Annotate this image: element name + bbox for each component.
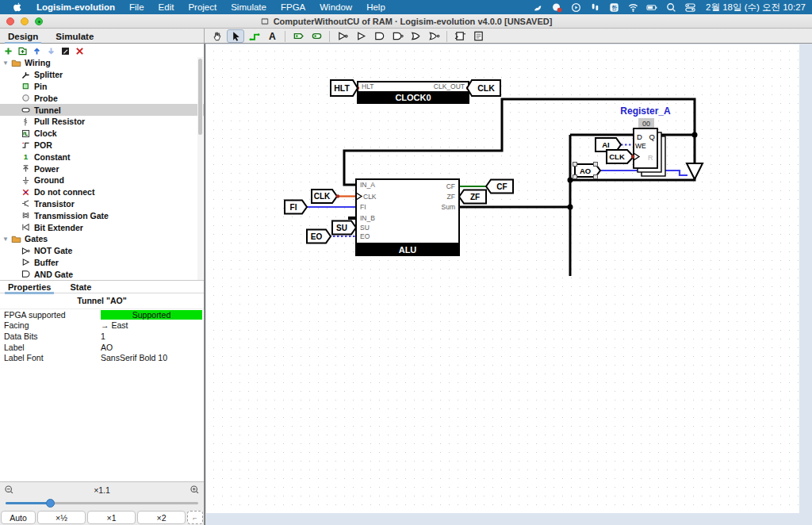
tab-simulate[interactable]: Simulate xyxy=(56,32,94,41)
tree-item-bit-extender[interactable]: Bit Extender xyxy=(0,221,204,233)
menu-logisim-evolution[interactable]: Logisim-evolution xyxy=(29,0,122,14)
property-row-facing[interactable]: Facing→ East xyxy=(0,320,204,331)
menu-edit[interactable]: Edit xyxy=(151,0,182,14)
text-tool-button[interactable]: A xyxy=(263,29,281,43)
tree-item-transistor[interactable]: Transistor xyxy=(0,198,204,210)
tree-scrollbar-thumb[interactable] xyxy=(198,59,202,135)
menu-help[interactable]: Help xyxy=(359,0,393,14)
explorer-add-button[interactable] xyxy=(2,45,14,56)
nand-gate-button[interactable] xyxy=(389,29,406,43)
property-row-label[interactable]: LabelAO xyxy=(0,342,204,353)
property-value[interactable]: AO xyxy=(101,343,202,352)
tree-item-constant[interactable]: 1Constant xyxy=(0,151,204,163)
zoom-slider-thumb[interactable] xyxy=(46,499,55,508)
explorer-delete-button[interactable] xyxy=(74,45,86,56)
status-bird[interactable] xyxy=(532,2,544,13)
poke-tool-button[interactable] xyxy=(209,29,226,43)
zoom-button-auto[interactable]: Auto xyxy=(1,511,36,524)
status-wifi[interactable] xyxy=(627,2,639,13)
zoom-button--[interactable]: ×½ xyxy=(37,511,86,524)
tree-item-probe[interactable]: Probe xyxy=(0,92,204,104)
tab-state[interactable]: State xyxy=(70,282,91,292)
menu-simulate[interactable]: Simulate xyxy=(224,0,274,14)
tree-item-buffer[interactable]: Buffer xyxy=(0,257,204,269)
property-value[interactable]: → East xyxy=(101,320,202,330)
property-row-data-bits[interactable]: Data Bits1 xyxy=(0,331,204,342)
flipflop-chip-button[interactable] xyxy=(451,29,469,43)
close-window-button[interactable] xyxy=(6,17,14,25)
status-control-center[interactable] xyxy=(684,2,696,13)
tree-item-and-gate[interactable]: AND Gate xyxy=(0,268,204,280)
tree-item-tunnel[interactable]: Tunnel xyxy=(0,104,204,116)
menu-window[interactable]: Window xyxy=(312,0,359,14)
explorer-edit-button[interactable] xyxy=(59,45,71,56)
edit-tool-button[interactable] xyxy=(227,29,244,43)
tree-item-do-not-connect[interactable]: Do not connect xyxy=(0,186,204,198)
tree-item-transmission-gate[interactable]: Transmission Gate xyxy=(0,209,204,221)
property-row-fpga-supported[interactable]: FPGA supportedSupported xyxy=(0,309,204,320)
zoom-window-button[interactable] xyxy=(35,17,43,25)
output-pin-button[interactable] xyxy=(308,29,325,43)
and-gate-button[interactable] xyxy=(370,29,388,43)
property-value[interactable]: SansSerif Bold 10 xyxy=(101,353,202,362)
caret-down-icon[interactable]: ▼ xyxy=(2,59,10,67)
selection-handle[interactable] xyxy=(573,175,577,179)
explorer-move-down-button[interactable] xyxy=(45,45,57,56)
tree-item-splitter[interactable]: Splitter xyxy=(0,69,204,81)
zoom-in-icon[interactable] xyxy=(190,485,200,495)
menu-project[interactable]: Project xyxy=(181,0,224,14)
status-input-source[interactable]: 한 xyxy=(608,2,620,13)
tree-item-por[interactable]: POR xyxy=(0,140,204,151)
apple-menu-icon[interactable] xyxy=(11,2,23,13)
tree-item-pull-resistor[interactable]: Pull Resistor xyxy=(0,116,204,128)
explorer-library-button[interactable] xyxy=(17,45,29,56)
tree-item-power[interactable]: Power xyxy=(0,163,204,174)
selection-handle[interactable] xyxy=(594,163,598,167)
alu-component[interactable]: ALU IN_A CLK FI IN_B SU EO CF ZF Sum xyxy=(356,179,459,255)
status-notification-badge[interactable] xyxy=(551,2,563,13)
selection-handle[interactable] xyxy=(573,163,577,167)
not-gate-button[interactable] xyxy=(334,29,351,43)
selection-handle[interactable] xyxy=(594,175,598,179)
property-value[interactable]: 1 xyxy=(101,331,202,341)
tree-item-clock[interactable]: Clock xyxy=(0,128,204,140)
menu-fpga[interactable]: FPGA xyxy=(274,0,312,14)
explorer-move-up-button[interactable] xyxy=(31,45,43,56)
tree-item-ground[interactable]: Ground xyxy=(0,174,204,186)
tab-design[interactable]: Design xyxy=(8,32,38,41)
bus-buffer-out[interactable] xyxy=(570,178,695,180)
minimize-window-button[interactable] xyxy=(21,17,29,25)
input-pin-button[interactable] xyxy=(289,29,307,43)
register-chip-button[interactable] xyxy=(469,29,487,43)
nor-gate-button[interactable] xyxy=(425,29,442,43)
circuit-sheet[interactable]: CLOCK0 HLT CLK_OUT Register_A 00 D Q xyxy=(206,44,799,513)
status-screen-record[interactable] xyxy=(570,2,582,13)
zoom-region-button[interactable]: ⌐ xyxy=(187,511,203,524)
status-spotlight[interactable] xyxy=(665,2,677,13)
property-row-label-font[interactable]: Label FontSansSerif Bold 10 xyxy=(0,352,204,363)
property-name: Label xyxy=(0,343,101,352)
status-airpods[interactable] xyxy=(589,2,601,13)
tree-item-wiring[interactable]: ▼Wiring xyxy=(0,57,204,69)
wiring-tool-button[interactable] xyxy=(245,29,262,43)
zoom-slider[interactable] xyxy=(6,502,198,504)
buffer-gate-button[interactable] xyxy=(352,29,370,43)
menu-file[interactable]: File xyxy=(122,0,151,14)
status-battery[interactable] xyxy=(646,2,658,13)
zoom-button--2[interactable]: ×2 xyxy=(137,511,186,524)
property-value[interactable]: Supported xyxy=(101,310,202,320)
clock0-component[interactable]: CLOCK0 HLT CLK_OUT xyxy=(356,82,469,103)
tree-item-pin[interactable]: Pin xyxy=(0,81,204,93)
tree-item-label: Constant xyxy=(34,152,71,162)
menubar-clock[interactable]: 2월 18일 (수) 오전 10:27 xyxy=(706,2,806,13)
zoom-button--1[interactable]: ×1 xyxy=(87,511,136,524)
tree-scrollbar[interactable] xyxy=(197,57,203,280)
caret-down-icon[interactable]: ▼ xyxy=(2,236,10,243)
tree-item-gates[interactable]: ▼Gates xyxy=(0,233,204,245)
tree-item-not-gate[interactable]: NOT Gate xyxy=(0,245,204,257)
register-a-component[interactable]: Register_A 00 D Q WE R xyxy=(620,105,671,176)
register-a-title: Register_A xyxy=(620,105,671,117)
tristate-buffer[interactable] xyxy=(687,163,703,179)
tab-properties[interactable]: Properties xyxy=(8,282,51,292)
or-gate-button[interactable] xyxy=(407,29,424,43)
